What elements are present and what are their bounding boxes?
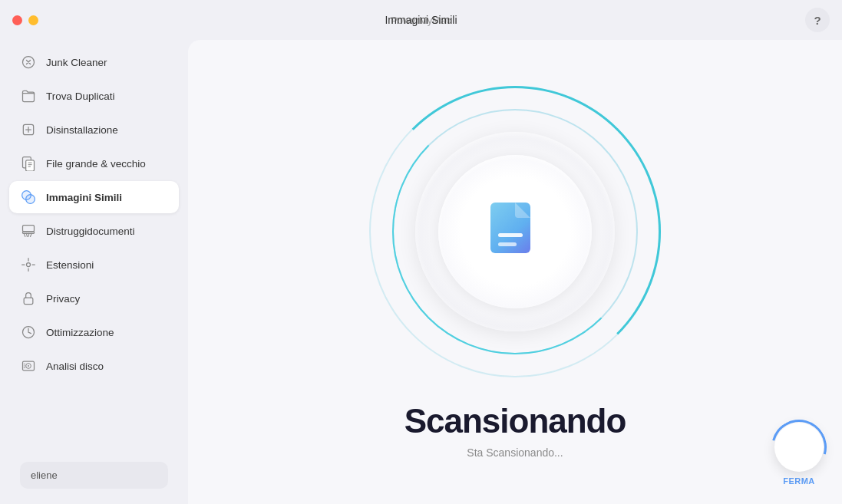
privacy-icon (20, 290, 37, 307)
sidebar-label-file-grande: File grande & vecchio (46, 158, 146, 170)
sidebar-label-ottimizzazione: Ottimizzazione (46, 327, 114, 338)
sidebar-item-file-grande[interactable]: File grande & vecchio (9, 147, 179, 180)
document-icon (487, 201, 543, 262)
sidebar-label-distruggi-documenti: Distruggidocumenti (46, 226, 135, 237)
svg-rect-3 (26, 160, 35, 171)
circles-container (369, 86, 661, 377)
sidebar-label-trova-duplicati: Trova Duplicati (46, 91, 115, 102)
sidebar-item-privacy[interactable]: Privacy (9, 282, 179, 315)
uninstall-icon (20, 121, 37, 138)
svg-point-13 (28, 365, 29, 367)
main-layout: Junk Cleaner Trova Duplicati Disinstalla… (0, 40, 842, 504)
svg-point-8 (27, 263, 31, 267)
sidebar-item-analisi-disco[interactable]: Analisi disco (9, 350, 179, 382)
sidebar-item-ottimizzazione[interactable]: Ottimizzazione (9, 316, 179, 348)
sidebar-item-disinstallazione[interactable]: Disinstallazione (9, 114, 179, 146)
sidebar-label-disinstallazione: Disinstallazione (46, 124, 118, 136)
user-button[interactable]: eliene (20, 462, 168, 489)
svg-rect-15 (498, 233, 523, 237)
scan-title: Scansionando (404, 402, 626, 440)
content-area: Scansionando Sta Scansionando... FERMA (188, 40, 842, 504)
sidebar-item-trova-duplicati[interactable]: Trova Duplicati (9, 80, 179, 112)
sidebar-label-junk-cleaner: Junk Cleaner (46, 57, 107, 68)
scan-area: Scansionando Sta Scansionando... (188, 40, 842, 504)
image-similar-icon (20, 189, 37, 206)
sidebar-label-analisi-disco: Analisi disco (46, 361, 104, 372)
svg-rect-16 (498, 242, 517, 246)
svg-rect-6 (23, 226, 35, 232)
optimize-icon (20, 324, 37, 341)
shred-icon (20, 222, 37, 239)
close-button[interactable] (12, 15, 22, 25)
stop-button-container: FERMA (774, 423, 824, 486)
stop-button[interactable] (774, 423, 824, 472)
sidebar-item-distruggi-documenti[interactable]: Distruggidocumenti (9, 215, 179, 247)
extension-icon (20, 256, 37, 273)
junk-icon (20, 54, 37, 71)
scan-subtitle: Sta Scansionando... (467, 446, 563, 459)
section-title: Immagini Simili (385, 14, 457, 26)
svg-point-5 (26, 195, 35, 204)
disk-icon (20, 357, 37, 374)
folder-icon (20, 87, 37, 104)
minimize-button[interactable] (28, 15, 38, 25)
stop-button-label: FERMA (783, 476, 815, 486)
help-button[interactable]: ? (805, 8, 830, 32)
sidebar-label-estensioni: Estensioni (46, 259, 94, 271)
sidebar-footer: eliene (9, 456, 179, 498)
sidebar-item-junk-cleaner[interactable]: Junk Cleaner (9, 46, 179, 78)
sidebar: Junk Cleaner Trova Duplicati Disinstalla… (0, 40, 188, 504)
sidebar-label-privacy: Privacy (46, 293, 80, 305)
file-large-icon (20, 155, 37, 172)
titlebar: PowerMyMac Immagini Simili ? (0, 0, 842, 40)
traffic-lights (12, 15, 38, 25)
sidebar-label-immagini-simili: Immagini Simili (46, 192, 122, 203)
sidebar-item-immagini-simili[interactable]: Immagini Simili (9, 181, 179, 213)
svg-rect-7 (23, 232, 35, 234)
sidebar-item-estensioni[interactable]: Estensioni (9, 249, 179, 281)
svg-rect-9 (24, 298, 33, 304)
